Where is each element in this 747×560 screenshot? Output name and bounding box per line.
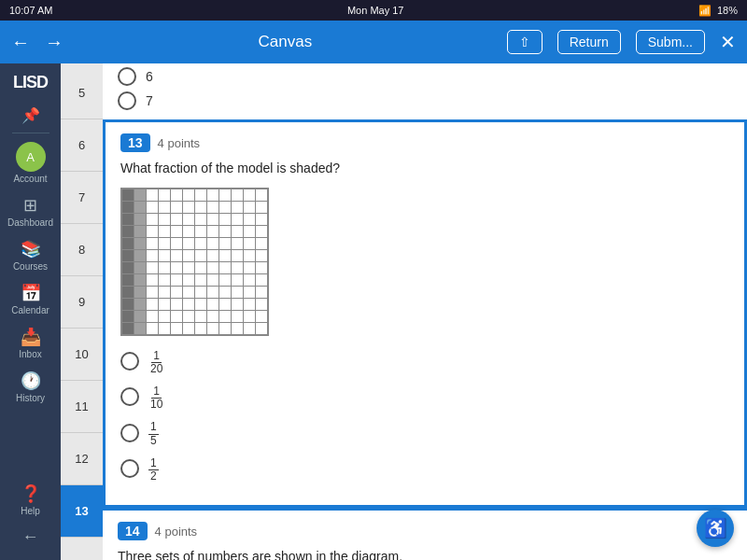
grid-cell (183, 238, 194, 249)
grid-cell (256, 323, 267, 334)
q13-text: What fraction of the model is shaded? (120, 160, 729, 178)
status-bar: 10:07 AM Mon May 17 📶 18% (0, 0, 747, 21)
accessibility-icon: ♿ (704, 517, 727, 539)
question-13-block: 13 4 points What fraction of the model i… (103, 119, 747, 508)
grid-cell (183, 202, 194, 213)
grid-cell (219, 226, 231, 237)
grid-cell (122, 323, 134, 334)
grid-cell (171, 202, 182, 213)
option-7-text: 7 (146, 93, 153, 108)
grid-cell (232, 287, 243, 298)
sidebar-item-account[interactable]: A Account (0, 136, 61, 189)
collapse-icon: ← (22, 527, 39, 547)
return-button[interactable]: Return (557, 30, 621, 54)
radio-q13-3[interactable] (120, 424, 139, 442)
radio-7[interactable] (118, 91, 136, 110)
sidebar-item-help[interactable]: ❓ Help (0, 478, 61, 522)
grid-cell (134, 202, 146, 213)
grid-cell (195, 250, 206, 261)
grid-cell (147, 274, 158, 286)
grid-cell (134, 274, 146, 286)
grid-cell (183, 299, 194, 310)
q13-option-2[interactable]: 110 (120, 383, 729, 411)
grid-cell (134, 311, 146, 322)
grid-cell (207, 214, 218, 225)
grid-cell (195, 287, 206, 298)
grid-cell (244, 311, 255, 322)
grid-cell (171, 214, 182, 225)
sidebar-item-collapse[interactable]: ← (0, 522, 61, 553)
sidebar-item-pin[interactable]: 📌 (0, 101, 61, 130)
accessibility-button[interactable]: ♿ (697, 510, 734, 547)
grid-cell (183, 323, 194, 334)
grid-cell (232, 189, 243, 201)
q14-badge: 14 (118, 522, 148, 540)
grid-cell (183, 214, 194, 225)
inbox-icon: 📥 (21, 327, 41, 347)
grid-cell (122, 274, 134, 286)
avatar: A (16, 142, 46, 172)
grid-cell (122, 311, 134, 322)
sidebar-item-history[interactable]: 🕐 History (0, 365, 61, 409)
header-left: ← → (11, 32, 63, 53)
grid-cell (147, 262, 158, 273)
grid-cell (232, 214, 243, 225)
share-button[interactable]: ⇧ (507, 30, 543, 54)
sidebar-item-inbox[interactable]: 📥 Inbox (0, 321, 61, 365)
num-12: 12 (61, 433, 103, 485)
grid-cell (244, 262, 255, 273)
sidebar: LISD 📌 A Account ⊞ Dashboard 📚 Courses 📅… (0, 63, 61, 560)
radio-q13-4[interactable] (120, 459, 139, 478)
grid-cell (134, 226, 146, 237)
sidebar-logo: LISD (7, 67, 54, 97)
close-button[interactable]: ✕ (720, 31, 736, 53)
radio-q13-1[interactable] (120, 352, 139, 371)
grid-cell (171, 287, 182, 298)
grid-cell (159, 202, 170, 213)
grid-cell (207, 226, 218, 237)
inbox-label: Inbox (19, 349, 41, 359)
grid-cell (159, 287, 170, 298)
sidebar-item-courses[interactable]: 📚 Courses (0, 233, 61, 277)
grid-cell (219, 287, 231, 298)
grid-cell (244, 189, 255, 201)
forward-button[interactable]: → (45, 32, 63, 53)
back-button[interactable]: ← (11, 32, 30, 53)
grid-cell (122, 202, 134, 213)
account-label: Account (13, 174, 47, 184)
grid-cell (256, 226, 267, 237)
grid-cell (207, 299, 218, 310)
grid-cell (195, 214, 206, 225)
grid-cell (183, 226, 194, 237)
grid-cell (232, 238, 243, 249)
submit-button[interactable]: Subm... (636, 30, 705, 54)
q13-option-3[interactable]: 15 (120, 418, 729, 446)
sidebar-item-calendar[interactable]: 📅 Calendar (0, 277, 61, 321)
grid-cell (195, 238, 206, 249)
sidebar-divider-1 (12, 133, 49, 133)
grid-cell (232, 323, 243, 334)
battery-indicator: 18% (717, 5, 738, 16)
grid-cell (207, 189, 218, 201)
grid-cell (256, 250, 267, 261)
grid-cell (244, 287, 255, 298)
grid-cell (256, 262, 267, 273)
grid-cell (219, 299, 231, 310)
radio-6[interactable] (118, 67, 136, 86)
grid-cell (147, 189, 158, 201)
grid-cell (232, 202, 243, 213)
grid-cell (183, 250, 194, 261)
grid-cell (147, 299, 158, 310)
content-area[interactable]: 6 7 13 4 points What fraction of the mod… (103, 63, 747, 560)
grid-cell (207, 323, 218, 334)
radio-q13-2[interactable] (120, 387, 139, 406)
status-date: Mon May 17 (347, 5, 404, 16)
grid-cell (122, 262, 134, 273)
grid-cell (207, 202, 218, 213)
q13-option-1[interactable]: 120 (120, 347, 729, 375)
sidebar-item-dashboard[interactable]: ⊞ Dashboard (0, 189, 61, 233)
q14-text: Three sets of numbers are shown in the d… (118, 548, 732, 560)
dashboard-icon: ⊞ (23, 195, 37, 216)
grid-cell (134, 299, 146, 310)
q13-option-4[interactable]: 12 (120, 455, 729, 483)
